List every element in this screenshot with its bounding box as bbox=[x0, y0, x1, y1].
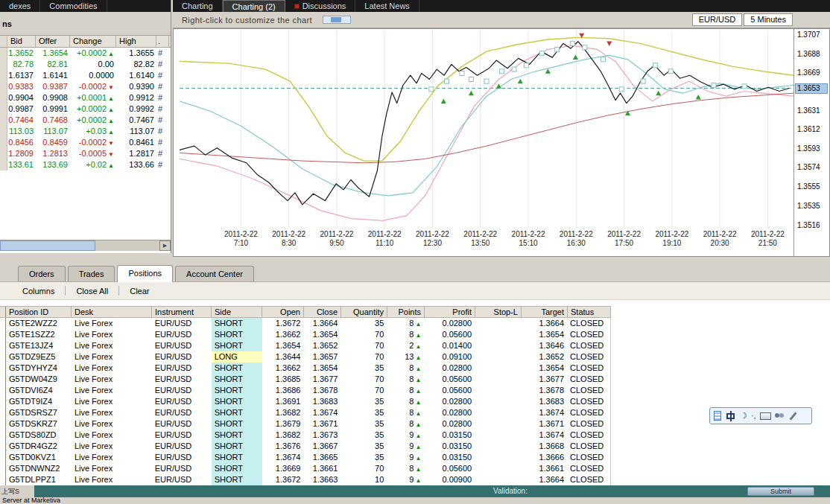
position-row[interactable]: G5TDZ9EZ5Live ForexEUR/USDLONG1.36441.36… bbox=[0, 351, 611, 363]
column-header-target[interactable]: Target bbox=[522, 307, 568, 317]
chart-tab-charting[interactable]: Charting bbox=[173, 0, 223, 12]
candle-marker-icon bbox=[668, 69, 673, 74]
quotes-tab-dexes[interactable]: dexes bbox=[0, 0, 40, 12]
target: 1.3664 bbox=[521, 474, 567, 485]
quote-row[interactable]: 133.61133.69+0.02▲133.66# bbox=[0, 159, 171, 170]
column-header-close[interactable]: Close bbox=[304, 307, 341, 317]
slider-thumb[interactable] bbox=[331, 17, 341, 22]
scrollbar-track[interactable] bbox=[95, 240, 159, 251]
position-row[interactable]: G5TE2WZZ2Live ForexEUR/USDSHORT1.36721.3… bbox=[0, 318, 611, 329]
position-row[interactable]: G5TE1SZZ2Live ForexEUR/USDSHORT1.36621.3… bbox=[0, 329, 611, 340]
quote-row[interactable]: 0.84560.8459-0.0002▼0.8461# bbox=[0, 137, 171, 148]
time-tick-label: 2011-2-2212:30 bbox=[416, 230, 449, 248]
scroll-right-button[interactable] bbox=[159, 240, 171, 251]
position-row[interactable]: G5TDS80ZDLive ForexEUR/USDSHORT1.36821.3… bbox=[0, 430, 611, 441]
open-price: 1.3674 bbox=[262, 452, 304, 463]
tick-date: 2011-2-22 bbox=[751, 230, 785, 239]
points-value: 2 bbox=[409, 341, 414, 350]
column-header-instrument[interactable]: Instrument bbox=[152, 307, 212, 317]
status: CLOSED bbox=[567, 374, 610, 385]
toolbar-button-columns[interactable]: Columns bbox=[13, 285, 63, 297]
scrollbar-thumb[interactable] bbox=[0, 240, 95, 251]
quantity: 70 bbox=[340, 463, 387, 474]
quote-row[interactable]: 82.7882.810.0082.82# bbox=[0, 59, 171, 70]
quote-row[interactable]: 1.61371.61410.00001.6140# bbox=[0, 70, 171, 81]
position-row[interactable]: G5TDSKRZ7Live ForexEUR/USDSHORT1.36791.3… bbox=[0, 418, 611, 430]
quote-row[interactable]: 0.93830.9387-0.0002▼0.9390# bbox=[0, 81, 171, 92]
column-header-position-id[interactable]: Position ID bbox=[6, 307, 72, 317]
column-header-stop-l[interactable]: Stop-L bbox=[475, 307, 522, 317]
quotes-tab-commodities[interactable]: Commodities bbox=[40, 0, 107, 12]
chart-body[interactable]: 1.37071.36881.36691.36311.36121.35931.35… bbox=[173, 28, 830, 257]
column-header-profit[interactable]: Profit bbox=[425, 307, 475, 317]
timeframe-label[interactable]: 5 Minutes bbox=[744, 13, 793, 26]
open-price: 1.3685 bbox=[262, 374, 304, 385]
position-id: G5TDS80ZD bbox=[6, 430, 72, 441]
column-header-side[interactable]: Side bbox=[212, 307, 262, 317]
instrument: EUR/USD bbox=[152, 340, 212, 351]
time-tick-label: 2011-2-2215:10 bbox=[512, 230, 545, 248]
column-header-more[interactable]: . bbox=[156, 36, 169, 47]
chart-tab-latest-news[interactable]: Latest News bbox=[355, 0, 419, 12]
column-header-change[interactable]: Change bbox=[70, 36, 116, 47]
punctuation-icon[interactable]: ·, bbox=[751, 408, 756, 424]
offer-value: 0.7468 bbox=[36, 115, 70, 126]
instrument-label[interactable]: EUR/USD bbox=[692, 13, 743, 26]
tab-trades[interactable]: Trades bbox=[68, 266, 115, 281]
profit: 0.05600 bbox=[424, 374, 475, 385]
row-gutter bbox=[0, 159, 7, 170]
quantity: 70 bbox=[340, 374, 387, 385]
time-tick-label: 2011-2-227:10 bbox=[224, 230, 258, 248]
quote-row[interactable]: 1.36521.3654+0.0002▲1.3655# bbox=[0, 48, 171, 59]
language-bar-handle-icon[interactable] bbox=[714, 411, 721, 421]
chart-mini-slider[interactable] bbox=[323, 16, 351, 24]
quote-row[interactable]: 0.99870.9991+0.0002▲0.9992# bbox=[0, 103, 171, 115]
column-header-high[interactable]: High bbox=[116, 36, 156, 47]
quotes-hscrollbar[interactable] bbox=[0, 240, 171, 251]
column-header-open[interactable]: Open bbox=[262, 307, 304, 317]
quote-row[interactable]: 1.28091.2813-0.0005▼1.2817# bbox=[0, 148, 171, 159]
column-header-offer[interactable]: Offer bbox=[36, 36, 70, 47]
column-header-quantity[interactable]: Quantity bbox=[341, 307, 387, 317]
tab-positions[interactable]: Positions bbox=[117, 265, 173, 282]
soft-keyboard-icon[interactable] bbox=[760, 412, 771, 420]
quote-row[interactable]: 0.74640.7468+0.0002▲0.7467# bbox=[0, 115, 171, 126]
side: SHORT bbox=[212, 430, 262, 441]
position-id: G5TDT9IZ4 bbox=[6, 396, 72, 407]
chart-tab-charting-2[interactable]: Charting (2) bbox=[223, 0, 285, 12]
position-row[interactable]: G5TDT9IZ4Live ForexEUR/USDSHORT1.36911.3… bbox=[0, 396, 611, 407]
position-row[interactable]: G5TE13JZ4Live ForexEUR/USDSHORT1.36541.3… bbox=[0, 340, 611, 351]
row-gutter bbox=[0, 70, 7, 81]
position-row[interactable]: G5TDW04Z9Live ForexEUR/USDSHORT1.36851.3… bbox=[0, 374, 611, 385]
column-header-desk[interactable]: Desk bbox=[72, 307, 152, 317]
position-row[interactable]: G5TDLPPZ1Live ForexEUR/USDSHORT1.36721.3… bbox=[0, 474, 611, 485]
users-icon[interactable] bbox=[775, 412, 785, 420]
tool-wrench-icon[interactable] bbox=[789, 412, 797, 421]
chinese-input-icon[interactable] bbox=[726, 413, 735, 419]
up-arrow-icon: ▲ bbox=[108, 129, 114, 135]
quote-row[interactable]: 113.03113.07+0.03▲113.07# bbox=[0, 126, 171, 137]
toolbar-button-close-all[interactable]: Close All bbox=[67, 285, 117, 297]
ime-language-bar[interactable]: ☽·, bbox=[709, 407, 812, 424]
column-header-points[interactable]: Points bbox=[387, 307, 425, 317]
position-row[interactable]: G5TDR4GZ2Live ForexEUR/USDSHORT1.36761.3… bbox=[0, 441, 611, 452]
target: 1.3664 bbox=[521, 318, 567, 329]
chart-tab-discussions[interactable]: Discussions bbox=[285, 0, 356, 12]
halfwidth-moon-icon[interactable]: ☽ bbox=[740, 408, 747, 424]
position-row[interactable]: G5TD0KVZ1Live ForexEUR/USDSHORT1.36741.3… bbox=[0, 452, 611, 463]
column-header-status[interactable]: Status bbox=[568, 307, 611, 317]
submit-button[interactable]: Submit bbox=[747, 487, 814, 496]
server-status-text: Server at Marketiva bbox=[0, 497, 830, 504]
column-header-bid[interactable]: Bid bbox=[7, 36, 36, 47]
toolbar-button-clear[interactable]: Clear bbox=[121, 285, 158, 297]
position-row[interactable]: G5TDSRSZ7Live ForexEUR/USDSHORT1.36821.3… bbox=[0, 407, 611, 418]
tab-account-center[interactable]: Account Center bbox=[175, 266, 254, 281]
position-row[interactable]: G5TDYHYZ4Live ForexEUR/USDSHORT1.36621.3… bbox=[0, 363, 611, 374]
side: SHORT bbox=[212, 463, 262, 474]
price-chart[interactable] bbox=[180, 31, 793, 229]
row-gutter bbox=[0, 103, 7, 115]
quote-row[interactable]: 0.99040.9908+0.0001▲0.9912# bbox=[0, 92, 171, 103]
tab-orders[interactable]: Orders bbox=[18, 266, 66, 281]
position-row[interactable]: G5TDNWNZ2Live ForexEUR/USDSHORT1.36691.3… bbox=[0, 463, 611, 474]
position-row[interactable]: G5TDVI6Z4Live ForexEUR/USDSHORT1.36861.3… bbox=[0, 385, 611, 396]
